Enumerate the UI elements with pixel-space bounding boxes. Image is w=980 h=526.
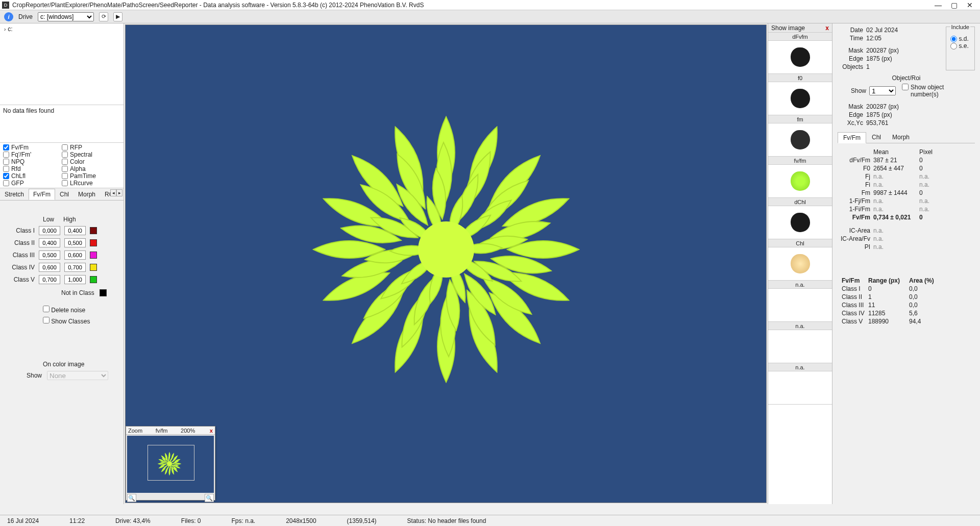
thumb-fm[interactable]: fm xyxy=(768,115,832,157)
status-dims: 2048x1500 xyxy=(286,517,316,524)
class-high-input[interactable] xyxy=(64,226,86,235)
meta-time-value: 12:05 xyxy=(866,35,899,42)
check-chlfl[interactable]: ChLfl xyxy=(3,172,62,180)
app-icon: D xyxy=(2,2,9,9)
show-label: Show xyxy=(27,372,42,379)
check-fvfm[interactable]: Fv/Fm xyxy=(3,144,62,151)
thumb-label: n.a. xyxy=(768,363,832,371)
close-icon[interactable]: ✕ xyxy=(967,1,973,9)
thumb-dfvfm[interactable]: dFvfm xyxy=(768,33,832,74)
thumb-na[interactable]: n.a. xyxy=(768,322,832,363)
class-high-input[interactable] xyxy=(64,251,86,260)
window-title: CropReporter/PlantExplorer/PhenoMate/Pat… xyxy=(12,2,424,9)
arrow-right-icon[interactable]: ▶ xyxy=(113,12,122,21)
on-color-image-label: On color image xyxy=(43,361,118,368)
meta-time-label: Time xyxy=(838,35,866,42)
class-low-input[interactable] xyxy=(39,263,60,272)
file-tree[interactable]: › c: xyxy=(0,23,124,105)
delete-noise-check[interactable]: Delete noise xyxy=(43,306,118,314)
meta-objects-label: Objects xyxy=(838,63,866,70)
expander-icon[interactable]: › xyxy=(4,27,6,32)
tab-fvfm[interactable]: Fv/Fm xyxy=(29,189,55,200)
check-gfp[interactable]: GFP xyxy=(3,180,62,187)
include-sd-radio[interactable]: s.d. xyxy=(950,35,970,42)
zoom-window[interactable]: Zoom fv/fm 200% x 🔍 🔍 xyxy=(126,426,215,500)
rtab-chl[interactable]: Chl xyxy=(866,132,887,143)
class-low-input[interactable] xyxy=(39,251,60,260)
zoom-in-icon[interactable]: 🔍 xyxy=(205,494,214,502)
tab-morph[interactable]: Morph xyxy=(74,189,100,200)
class-high-input[interactable] xyxy=(64,238,86,247)
meta-edge-label: Edge xyxy=(838,55,866,62)
info-icon[interactable]: i xyxy=(4,12,13,21)
thumb-na[interactable]: n.a. xyxy=(768,281,832,322)
thumb-na[interactable]: n.a. xyxy=(768,363,832,405)
refresh-icon[interactable]: ⟳ xyxy=(99,12,108,21)
check-rfp[interactable]: RFP xyxy=(62,144,120,151)
check-color[interactable]: Color xyxy=(62,158,120,165)
tab-chl[interactable]: Chl xyxy=(55,189,74,200)
class-swatch[interactable] xyxy=(90,227,97,234)
zoom-plant-icon xyxy=(157,451,182,477)
not-in-class-swatch xyxy=(100,289,107,296)
right-panel: Date02 Jul 2024 Time12:05 Mask200287 (px… xyxy=(832,23,980,504)
tab-scroll-left-icon[interactable]: ◂ xyxy=(110,189,116,196)
zoom-canvas[interactable] xyxy=(127,436,214,493)
status-files: Files: 0 xyxy=(181,517,201,524)
rtab-fvfm[interactable]: Fv/Fm xyxy=(838,132,866,143)
status-coords: (1359,514) xyxy=(347,517,377,524)
plant-image xyxy=(303,107,589,392)
show-select[interactable]: None xyxy=(47,371,108,380)
thumb-label: n.a. xyxy=(768,322,832,330)
zoom-close-icon[interactable]: x xyxy=(208,428,213,434)
thumb-dchl[interactable]: dChl xyxy=(768,198,832,239)
class-high-input[interactable] xyxy=(64,275,86,284)
status-fps: Fps: n.a. xyxy=(231,517,255,524)
objroi-show-select[interactable]: 1 xyxy=(869,86,896,95)
title-bar: D CropReporter/PlantExplorer/PhenoMate/P… xyxy=(0,0,980,10)
status-bar: 16 Jul 2024 11:22 Drive: 43,4% Files: 0 … xyxy=(0,515,980,526)
thumb-label: n.a. xyxy=(768,281,832,289)
class-swatch[interactable] xyxy=(90,276,97,283)
meta-date-label: Date xyxy=(838,27,866,34)
drive-select[interactable]: c: [windows] xyxy=(38,12,94,21)
main-canvas[interactable] xyxy=(125,24,767,503)
meta-objects-value: 1 xyxy=(866,63,899,70)
check-lrcurve[interactable]: LRcurve xyxy=(62,180,120,187)
rtab-morph[interactable]: Morph xyxy=(887,132,915,143)
minimize-icon[interactable]: — xyxy=(935,1,942,9)
include-se-radio[interactable]: s.e. xyxy=(950,42,970,49)
class-high-input[interactable] xyxy=(64,263,86,272)
check-spectral[interactable]: Spectral xyxy=(62,151,120,158)
class-label: Class V xyxy=(5,276,35,283)
check-rfd[interactable]: Rfd xyxy=(3,165,62,172)
check-npq[interactable]: NPQ xyxy=(3,158,62,165)
class-swatch[interactable] xyxy=(90,252,97,259)
thumb-f0[interactable]: f0 xyxy=(768,74,832,115)
thumb-label: dFvfm xyxy=(768,33,832,41)
show-object-numbers-check[interactable]: Show object number(s) xyxy=(902,84,953,98)
strip-title: Show image xyxy=(771,24,805,32)
zoom-out-icon[interactable]: 🔍 xyxy=(127,494,136,502)
class-low-input[interactable] xyxy=(39,275,60,284)
header-high: High xyxy=(63,216,76,223)
class-low-input[interactable] xyxy=(39,238,60,247)
drive-node[interactable]: c: xyxy=(8,26,12,33)
class-swatch[interactable] xyxy=(90,264,97,271)
tab-stretch[interactable]: Stretch xyxy=(0,189,29,200)
strip-close-icon[interactable]: x xyxy=(825,24,829,32)
check-alpha[interactable]: Alpha xyxy=(62,165,120,172)
tab-scroll-right-icon[interactable]: ▸ xyxy=(116,189,122,196)
header-low: Low xyxy=(43,216,54,223)
class-swatch[interactable] xyxy=(90,239,97,246)
check-fqfm[interactable]: Fq'/Fm' xyxy=(3,151,62,158)
maximize-icon[interactable]: ▢ xyxy=(951,1,958,9)
thumb-fvfm[interactable]: fv/fm xyxy=(768,157,832,198)
svg-point-1 xyxy=(167,461,172,466)
check-pamtime[interactable]: PamTime xyxy=(62,172,120,180)
meta-date-value: 02 Jul 2024 xyxy=(866,27,899,34)
class-low-input[interactable] xyxy=(39,226,60,235)
thumb-chl[interactable]: Chl xyxy=(768,239,832,281)
include-group: Include s.d. s.e. xyxy=(946,27,975,70)
show-classes-check[interactable]: Show Classes xyxy=(43,317,118,325)
